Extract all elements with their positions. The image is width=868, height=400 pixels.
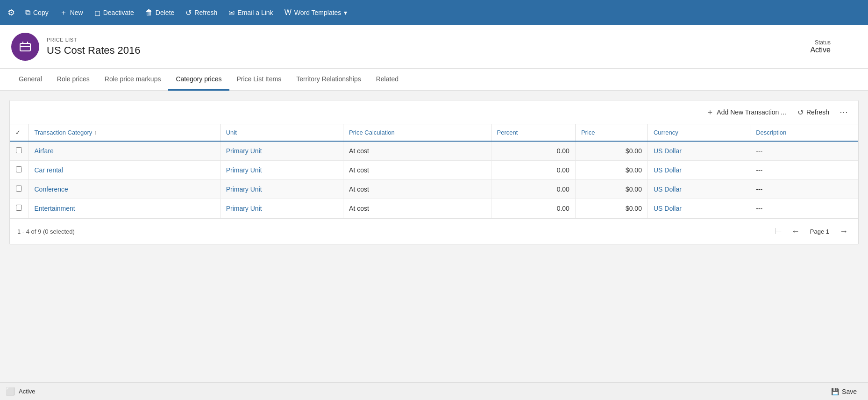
tab-role-price-markups[interactable]: Role price markups — [97, 69, 169, 91]
unit-header[interactable]: Unit — [220, 124, 343, 141]
table-row[interactable]: Entertainment Primary Unit At cost 0.00 … — [10, 199, 858, 218]
transaction-category-cell[interactable]: Conference — [28, 180, 220, 199]
row-checkbox[interactable] — [10, 141, 28, 161]
first-page-button[interactable]: ⊢ — [772, 224, 785, 238]
refresh-button[interactable]: ↺ Refresh — [181, 6, 222, 20]
table-row[interactable]: Airfare Primary Unit At cost 0.00 $0.00 … — [10, 141, 858, 161]
transaction-category-link[interactable]: Airfare — [35, 147, 54, 155]
tab-role-prices[interactable]: Role prices — [50, 69, 97, 91]
email-link-label: Email a Link — [237, 9, 273, 16]
chevron-down-icon: ▾ — [344, 9, 347, 16]
tab-territory-relationships[interactable]: Territory Relationships — [289, 69, 369, 91]
unit-cell: Primary Unit — [220, 161, 343, 180]
tab-related[interactable]: Related — [369, 69, 406, 91]
new-label: New — [70, 9, 83, 16]
percent-cell: 0.00 — [491, 141, 575, 161]
row-checkbox[interactable] — [10, 161, 28, 180]
percent-cell: 0.00 — [491, 161, 575, 180]
unit-cell: Primary Unit — [220, 141, 343, 161]
tab-price-list-items[interactable]: Price List Items — [229, 69, 289, 91]
unit-cell: Primary Unit — [220, 180, 343, 199]
status-value: Active — [810, 46, 831, 54]
delete-label: Delete — [156, 9, 174, 16]
pagination-controls: ⊢ ← Page 1 → — [772, 224, 851, 238]
deactivate-icon: ◻ — [94, 8, 100, 17]
currency-cell: US Dollar — [647, 141, 750, 161]
more-icon: ⋯ — [840, 107, 848, 117]
settings-button[interactable]: ⚙ — [4, 5, 19, 21]
deactivate-button[interactable]: ◻ Deactivate — [90, 6, 139, 20]
save-button[interactable]: 💾 Save — [825, 386, 862, 397]
word-icon: W — [285, 8, 292, 17]
status-indicator-icon: ⬜ — [6, 387, 15, 396]
unit-link[interactable]: Primary Unit — [226, 186, 262, 193]
save-label: Save — [842, 388, 857, 395]
table-header-row: ✓ Transaction Category ↑ Unit — [10, 124, 858, 141]
row-checkbox[interactable] — [10, 199, 28, 218]
status-label: Status — [810, 39, 831, 46]
sort-icon: ↑ — [94, 129, 97, 136]
percent-header[interactable]: Percent — [491, 124, 575, 141]
tab-category-prices[interactable]: Category prices — [168, 69, 229, 91]
avatar — [11, 33, 39, 61]
currency-link[interactable]: US Dollar — [654, 186, 682, 193]
tab-general[interactable]: General — [11, 69, 50, 91]
transaction-category-cell[interactable]: Entertainment — [28, 199, 220, 218]
checkbox-icon: ✓ — [15, 129, 21, 136]
currency-link[interactable]: US Dollar — [654, 166, 682, 174]
description-cell: --- — [750, 161, 858, 180]
record-type: PRICE LIST — [47, 37, 141, 43]
unit-link[interactable]: Primary Unit — [226, 205, 262, 212]
transaction-category-link[interactable]: Car rental — [35, 166, 63, 174]
main-content: ＋ Add New Transaction ... ↺ Refresh ⋯ ✓ — [0, 91, 868, 382]
plus-icon: ＋ — [706, 107, 714, 117]
copy-button[interactable]: ⧉ Copy — [21, 6, 53, 20]
save-icon: 💾 — [831, 388, 839, 395]
record-name: US Cost Rates 2016 — [47, 44, 141, 57]
unit-link[interactable]: Primary Unit — [226, 147, 262, 155]
delete-button[interactable]: 🗑 Delete — [141, 6, 179, 20]
more-options-button[interactable]: ⋯ — [837, 105, 851, 119]
new-button[interactable]: ＋ New — [55, 5, 88, 21]
grid-refresh-label: Refresh — [806, 108, 829, 116]
unit-link[interactable]: Primary Unit — [226, 166, 262, 174]
check-column-header[interactable]: ✓ — [10, 124, 28, 141]
table-row[interactable]: Conference Primary Unit At cost 0.00 $0.… — [10, 180, 858, 199]
settings-icon: ⚙ — [7, 7, 15, 18]
email-link-button[interactable]: ✉ Email a Link — [224, 6, 277, 20]
currency-cell: US Dollar — [647, 180, 750, 199]
price-calculation-cell: At cost — [343, 199, 491, 218]
category-prices-table: ✓ Transaction Category ↑ Unit — [10, 124, 858, 218]
price-calculation-header[interactable]: Price Calculation — [343, 124, 491, 141]
status-left: ⬜ Active — [6, 387, 35, 396]
transaction-category-header[interactable]: Transaction Category ↑ — [28, 124, 220, 141]
transaction-category-link[interactable]: Conference — [35, 186, 68, 193]
pagination: 1 - 4 of 9 (0 selected) ⊢ ← Page 1 → — [10, 218, 858, 244]
transaction-category-cell[interactable]: Airfare — [28, 141, 220, 161]
word-templates-label: Word Templates — [294, 9, 342, 16]
currency-link[interactable]: US Dollar — [654, 147, 682, 155]
main-toolbar: ⚙ ⧉ Copy ＋ New ◻ Deactivate 🗑 Delete ↺ R… — [0, 0, 868, 25]
add-new-transaction-button[interactable]: ＋ Add New Transaction ... — [703, 106, 790, 119]
prev-page-button[interactable]: ← — [789, 225, 803, 238]
unit-cell: Primary Unit — [220, 199, 343, 218]
grid-panel: ＋ Add New Transaction ... ↺ Refresh ⋯ ✓ — [9, 100, 859, 244]
description-header[interactable]: Description — [750, 124, 858, 141]
transaction-category-link[interactable]: Entertainment — [35, 205, 75, 212]
refresh-label: Refresh — [194, 9, 217, 16]
grid-toolbar: ＋ Add New Transaction ... ↺ Refresh ⋯ — [10, 100, 858, 124]
next-page-button[interactable]: → — [837, 225, 851, 238]
table-row[interactable]: Car rental Primary Unit At cost 0.00 $0.… — [10, 161, 858, 180]
row-checkbox[interactable] — [10, 180, 28, 199]
currency-cell: US Dollar — [647, 161, 750, 180]
currency-link[interactable]: US Dollar — [654, 205, 682, 212]
price-header[interactable]: Price — [575, 124, 647, 141]
word-templates-button[interactable]: W Word Templates ▾ — [280, 6, 352, 20]
delete-icon: 🗑 — [145, 8, 153, 17]
pagination-info: 1 - 4 of 9 (0 selected) — [17, 228, 75, 235]
grid-refresh-button[interactable]: ↺ Refresh — [794, 106, 833, 119]
description-cell: --- — [750, 199, 858, 218]
currency-header[interactable]: Currency — [647, 124, 750, 141]
transaction-category-cell[interactable]: Car rental — [28, 161, 220, 180]
description-cell: --- — [750, 141, 858, 161]
